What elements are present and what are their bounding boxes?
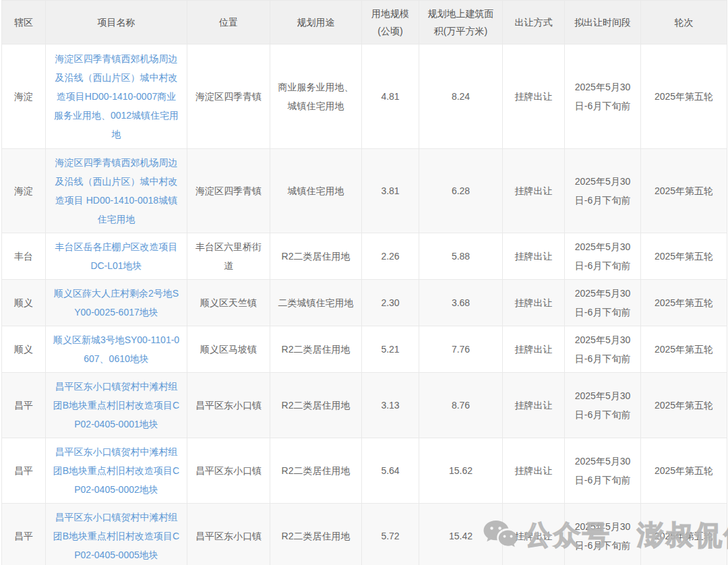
cell-district: 丰台 [2, 233, 46, 280]
column-header-8: 轮次 [641, 1, 727, 44]
cell-building-area: 5.88 [419, 233, 503, 280]
column-header-6: 出让方式 [503, 1, 565, 44]
cell-building-area: 15.42 [419, 504, 503, 565]
column-header-2: 位置 [187, 1, 270, 44]
cell-round: 2025年第五轮 [641, 504, 727, 565]
land-transfer-table-page: 辖区项目名称位置规划用途用地规模(公顷)规划地上建筑面积(万平方米)出让方式拟出… [0, 0, 728, 565]
cell-location: 海淀区四季青镇 [187, 149, 270, 233]
cell-round: 2025年第五轮 [641, 149, 727, 233]
cell-round: 2025年第五轮 [641, 280, 727, 326]
header-row: 辖区项目名称位置规划用途用地规模(公顷)规划地上建筑面积(万平方米)出让方式拟出… [2, 1, 727, 44]
cell-planned-use: 城镇住宅用地 [270, 149, 362, 233]
cell-transfer-method: 挂牌出让 [503, 504, 565, 565]
cell-land-area: 4.81 [362, 44, 419, 149]
cell-land-area: 2.30 [362, 280, 419, 326]
table-row: 顺义顺义区薛大人庄村剩余2号地SY00-0025-6017地块顺义区天竺镇二类城… [2, 280, 727, 326]
cell-project-name[interactable]: 海淀区四季青镇西郊机场周边及沿线（西山片区）城中村改造项目HD00-1410-0… [46, 44, 187, 149]
cell-building-area: 3.68 [419, 280, 503, 326]
cell-building-area: 8.24 [419, 44, 503, 149]
cell-transfer-method: 挂牌出让 [503, 44, 565, 149]
cell-transfer-period: 2025年5月30日-6月下旬前 [565, 233, 641, 280]
cell-building-area: 6.28 [419, 149, 503, 233]
cell-transfer-period: 2025年5月30日-6月下旬前 [565, 149, 641, 233]
cell-district: 昌平 [2, 504, 46, 565]
cell-transfer-period: 2025年5月30日-6月下旬前 [565, 438, 641, 504]
cell-planned-use: R2二类居住用地 [270, 438, 362, 504]
cell-round: 2025年第五轮 [641, 326, 727, 373]
cell-project-name[interactable]: 昌平区东小口镇贺村中滩村组团B地块重点村旧村改造项目CP02-0405-0005… [46, 504, 187, 565]
cell-planned-use: R2二类居住用地 [270, 326, 362, 373]
column-header-7: 拟出让时间段 [565, 1, 641, 44]
cell-round: 2025年第五轮 [641, 373, 727, 438]
cell-project-name[interactable]: 昌平区东小口镇贺村中滩村组团B地块重点村旧村改造项目CP02-0405-0002… [46, 438, 187, 504]
cell-location: 顺义区马坡镇 [187, 326, 270, 373]
cell-planned-use: R2二类居住用地 [270, 373, 362, 438]
cell-building-area: 8.76 [419, 373, 503, 438]
cell-land-area: 2.26 [362, 233, 419, 280]
cell-location: 丰台区六里桥街道 [187, 233, 270, 280]
cell-project-name[interactable]: 昌平区东小口镇贺村中滩村组团B地块重点村旧村改造项目CP02-0405-0001… [46, 373, 187, 438]
column-header-5: 规划地上建筑面积(万平方米) [419, 1, 503, 44]
table-row: 海淀海淀区四季青镇西郊机场周边及沿线（西山片区）城中村改造项目 HD00-141… [2, 149, 727, 233]
cell-transfer-method: 挂牌出让 [503, 438, 565, 504]
cell-transfer-period: 2025年5月30日-6月下旬前 [565, 373, 641, 438]
table-row: 丰台丰台区岳各庄棚户区改造项目DC-L01地块丰台区六里桥街道R2二类居住用地2… [2, 233, 727, 280]
cell-land-area: 5.64 [362, 438, 419, 504]
cell-transfer-method: 挂牌出让 [503, 373, 565, 438]
cell-planned-use: 二类城镇住宅用地 [270, 280, 362, 326]
cell-land-area: 5.72 [362, 504, 419, 565]
cell-building-area: 15.62 [419, 438, 503, 504]
table-row: 昌平昌平区东小口镇贺村中滩村组团B地块重点村旧村改造项目CP02-0405-00… [2, 373, 727, 438]
cell-district: 海淀 [2, 44, 46, 149]
cell-location: 海淀区四季青镇 [187, 44, 270, 149]
cell-location: 昌平区东小口镇 [187, 438, 270, 504]
table-row: 顺义顺义区新城3号地SY00-1101-0607、0610地块顺义区马坡镇R2二… [2, 326, 727, 373]
table-row: 昌平昌平区东小口镇贺村中滩村组团B地块重点村旧村改造项目CP02-0405-00… [2, 504, 727, 565]
land-listing-table: 辖区项目名称位置规划用途用地规模(公顷)规划地上建筑面积(万平方米)出让方式拟出… [1, 0, 727, 565]
cell-project-name[interactable]: 丰台区岳各庄棚户区改造项目DC-L01地块 [46, 233, 187, 280]
cell-transfer-period: 2025年5月30日-6月下旬前 [565, 44, 641, 149]
cell-land-area: 5.21 [362, 326, 419, 373]
cell-district: 顺义 [2, 326, 46, 373]
cell-district: 海淀 [2, 149, 46, 233]
cell-transfer-method: 挂牌出让 [503, 149, 565, 233]
column-header-3: 规划用途 [270, 1, 362, 44]
table-row: 海淀海淀区四季青镇西郊机场周边及沿线（西山片区）城中村改造项目HD00-1410… [2, 44, 727, 149]
cell-planned-use: R2二类居住用地 [270, 504, 362, 565]
cell-district: 昌平 [2, 373, 46, 438]
cell-project-name[interactable]: 顺义区新城3号地SY00-1101-0607、0610地块 [46, 326, 187, 373]
cell-project-name[interactable]: 海淀区四季青镇西郊机场周边及沿线（西山片区）城中村改造项目 HD00-1410-… [46, 149, 187, 233]
cell-location: 昌平区东小口镇 [187, 504, 270, 565]
cell-transfer-method: 挂牌出让 [503, 233, 565, 280]
cell-transfer-method: 挂牌出让 [503, 326, 565, 373]
table-row: 昌平昌平区东小口镇贺村中滩村组团B地块重点村旧村改造项目CP02-0405-00… [2, 438, 727, 504]
cell-district: 昌平 [2, 438, 46, 504]
column-header-0: 辖区 [2, 1, 46, 44]
column-header-1: 项目名称 [46, 1, 187, 44]
cell-planned-use: 商业服务业用地、城镇住宅用地 [270, 44, 362, 149]
cell-transfer-period: 2025年5月30日-6月下旬前 [565, 326, 641, 373]
table-body: 海淀海淀区四季青镇西郊机场周边及沿线（西山片区）城中村改造项目HD00-1410… [2, 44, 727, 565]
cell-project-name[interactable]: 顺义区薛大人庄村剩余2号地SY00-0025-6017地块 [46, 280, 187, 326]
cell-planned-use: R2二类居住用地 [270, 233, 362, 280]
cell-building-area: 7.76 [419, 326, 503, 373]
cell-round: 2025年第五轮 [641, 438, 727, 504]
cell-district: 顺义 [2, 280, 46, 326]
cell-transfer-period: 2025年5月30日-6月下旬前 [565, 280, 641, 326]
cell-land-area: 3.13 [362, 373, 419, 438]
cell-location: 昌平区东小口镇 [187, 373, 270, 438]
cell-transfer-method: 挂牌出让 [503, 280, 565, 326]
cell-land-area: 3.81 [362, 149, 419, 233]
cell-round: 2025年第五轮 [641, 44, 727, 149]
cell-round: 2025年第五轮 [641, 233, 727, 280]
column-header-4: 用地规模(公顷) [362, 1, 419, 44]
cell-location: 顺义区天竺镇 [187, 280, 270, 326]
cell-transfer-period: 2025年5月30日-6月下旬前 [565, 504, 641, 565]
